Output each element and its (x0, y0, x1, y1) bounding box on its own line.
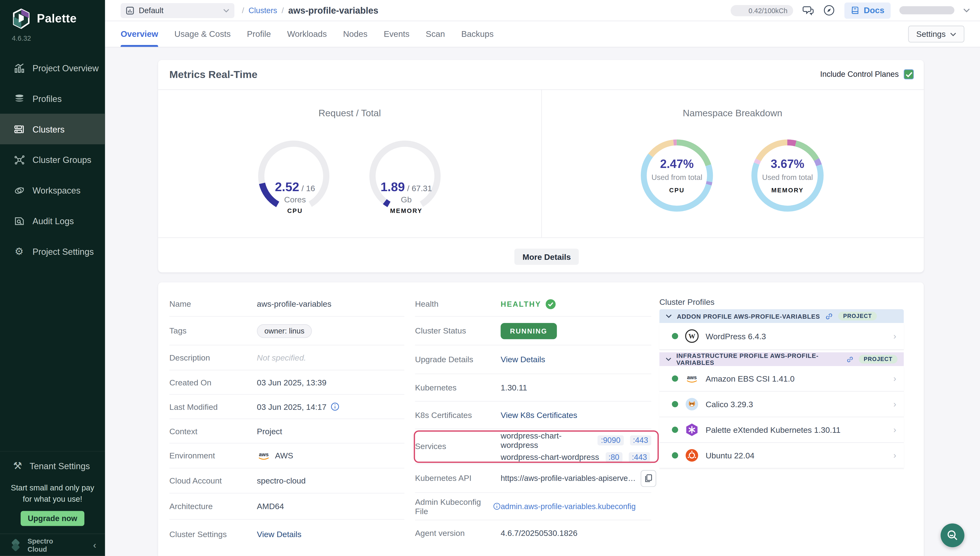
chart-icon (13, 62, 25, 74)
project-selector-value: Default (139, 6, 219, 15)
include-control-planes-checkbox[interactable] (904, 70, 914, 79)
divider (158, 237, 924, 238)
status-row-agent: Agent version 4.6.7/20250530.1826 (415, 520, 651, 545)
description-value: Not specified. (257, 353, 306, 362)
chat-icon[interactable] (802, 4, 814, 16)
tab-scan[interactable]: Scan (426, 21, 445, 47)
memory-request-gauge: 1.89 / 67.31GbMEMORY (368, 139, 445, 216)
profile-item-palette-extended-kubernetes[interactable]: Palette eXtended Kubernetes 1.30.11 › (659, 417, 904, 443)
profile-item-ubuntu[interactable]: Ubuntu 22.04 › (659, 443, 904, 469)
spectro-cloud-logo (9, 538, 23, 552)
sidebar-item-cluster-groups[interactable]: Cluster Groups (0, 144, 105, 175)
sidebar-item-tenant-settings[interactable]: ⚒ Tenant Settings (0, 451, 105, 480)
sidebar-item-label: Cluster Groups (32, 155, 91, 165)
gauge-unit: Gb (368, 195, 445, 204)
settings-button[interactable]: Settings (908, 26, 964, 42)
cluster-profiles-panel: ADDON PROFILE AWS-PROFILE-VARIABLES PROJ… (659, 309, 904, 469)
sidebar-item-project-settings[interactable]: ⚙ Project Settings (0, 236, 105, 267)
link-icon (846, 355, 854, 363)
cpu-request-gauge: 2.52 / 16CoresCPU (256, 139, 334, 216)
breadcrumb: / Clusters / aws-profile-variables (242, 5, 378, 15)
service-name: wordpress-chart-wordpress (501, 452, 599, 462)
upgrade-now-button[interactable]: Upgrade now (21, 511, 84, 526)
sidebar-item-project-overview[interactable]: Project Overview (0, 52, 105, 83)
chevron-down-icon (223, 8, 229, 12)
info-icon[interactable] (331, 402, 340, 411)
gauge-value: 2.52 / 16 (256, 180, 334, 194)
aws-logo: aws (685, 372, 699, 385)
kubernetes-version-value: 1.30.11 (501, 383, 527, 392)
compass-icon[interactable] (823, 4, 836, 16)
gauge-unit: Cores (256, 195, 334, 204)
project-badge: PROJECT (838, 312, 877, 321)
service-name: wordpress-chart-wordpress (501, 431, 591, 449)
server-icon (13, 123, 25, 135)
app-version: 4.6.32 (12, 34, 31, 42)
user-menu-chevron-icon[interactable] (963, 8, 970, 13)
tab-nodes[interactable]: Nodes (343, 21, 368, 47)
topbar-right: 0.42/100kCh Docs (731, 2, 980, 18)
service-port-link[interactable]: :443 (628, 452, 650, 462)
status-row-services: Services wordpress-chart-wordpress :9090… (415, 429, 651, 464)
view-k8s-certificates-link[interactable]: View K8s Certificates (501, 410, 577, 420)
layers-icon (13, 92, 25, 104)
agent-version-value: 4.6.7/20250530.1826 (501, 528, 577, 538)
detail-row-created: Created On 03 Jun 2025, 13:39 (170, 370, 405, 395)
more-details-button[interactable]: More Details (514, 249, 579, 265)
sidebar-item-clusters[interactable]: Clusters (0, 114, 105, 144)
tab-backups[interactable]: Backups (461, 21, 494, 47)
upgrade-promo-text: Start small and only pay for what you us… (0, 482, 105, 505)
audit-log-icon (13, 215, 25, 227)
sidebar-item-label: Profiles (32, 93, 62, 103)
magnifier-smile-icon (946, 529, 959, 541)
donut-percent: 2.47% (638, 157, 716, 171)
breadcrumb-clusters-link[interactable]: Clusters (248, 6, 277, 15)
sidebar-item-workspaces[interactable]: Workspaces (0, 175, 105, 205)
project-badge: PROJECT (859, 355, 897, 364)
topbar: Default / Clusters / aws-profile-variabl… (105, 0, 980, 21)
ubuntu-logo (685, 449, 699, 462)
chevron-right-icon: › (893, 399, 896, 409)
chevron-down-icon (666, 357, 671, 361)
sidebar-item-label: Clusters (32, 124, 65, 134)
sidebar-item-audit-logs[interactable]: Audit Logs (0, 205, 105, 236)
addon-profile-header[interactable]: ADDON PROFILE AWS-PROFILE-VARIABLES PROJ… (659, 309, 904, 323)
cluster-settings-view-details-link[interactable]: View Details (257, 529, 301, 539)
cluster-profiles-title: Cluster Profiles (659, 297, 714, 307)
tab-overview[interactable]: Overview (121, 21, 158, 47)
sidebar-collapse-icon[interactable]: ‹ (93, 540, 96, 550)
service-port-link[interactable]: :80 (605, 452, 623, 462)
tab-profile[interactable]: Profile (247, 21, 271, 47)
donut-caption: Used from total (638, 173, 716, 182)
user-name-redacted[interactable] (899, 6, 954, 15)
tabs: Overview Usage & Costs Profile Workloads… (121, 21, 494, 47)
sidebar-item-profiles[interactable]: Profiles (0, 83, 105, 114)
upgrade-view-details-link[interactable]: View Details (501, 355, 545, 364)
detail-row-tags: Tags owner: linus (170, 317, 405, 346)
kubeconfig-file-link[interactable]: admin.aws-profile-variables.kubeconfig (501, 502, 635, 511)
profile-item-wordpress[interactable]: W WordPress 6.4.3 › (659, 323, 904, 350)
include-control-planes-label: Include Control Planes (820, 70, 899, 79)
brand-name: Palette (37, 12, 76, 26)
docs-button[interactable]: Docs (844, 2, 891, 18)
copy-button[interactable] (641, 470, 656, 486)
details-left-column: Name aws-profile-variables Tags owner: l… (170, 292, 405, 548)
gauge-value-number: 1.89 (381, 180, 405, 194)
info-icon[interactable] (493, 502, 501, 510)
tab-events[interactable]: Events (384, 21, 410, 47)
tag-pill[interactable]: owner: linus (257, 324, 312, 338)
tab-usage-costs[interactable]: Usage & Costs (175, 21, 231, 47)
donut-percent: 3.67% (749, 157, 826, 171)
project-selector[interactable]: Default (121, 3, 234, 18)
svg-text:aws: aws (687, 375, 697, 380)
help-search-fab[interactable] (941, 524, 964, 547)
service-port-link[interactable]: :9090 (598, 435, 624, 445)
infrastructure-profile-header[interactable]: INFRASTRUCTURE PROFILE AWS-PROFILE-VARIA… (659, 352, 904, 366)
detail-row-architecture: Architecture AMD64 (170, 493, 405, 520)
cluster-name-value: aws-profile-variables (257, 299, 331, 309)
gauge-total: / 67.31 (405, 184, 432, 193)
tab-workloads[interactable]: Workloads (287, 21, 327, 47)
service-port-link[interactable]: :443 (630, 435, 651, 445)
profile-item-amazon-ebs-csi[interactable]: aws Amazon EBS CSI 1.41.0 › (659, 366, 904, 392)
profile-item-calico[interactable]: Calico 3.29.3 › (659, 392, 904, 417)
